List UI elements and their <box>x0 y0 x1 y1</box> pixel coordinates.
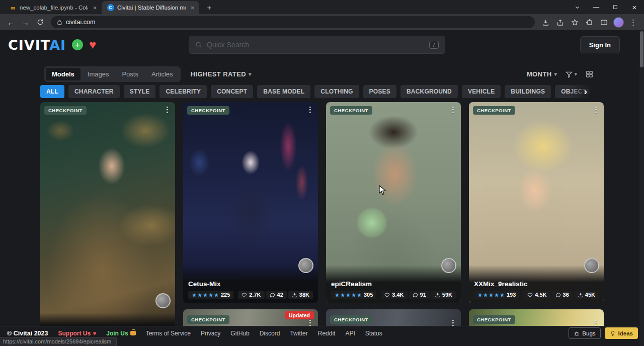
tab-posts[interactable]: Posts <box>116 68 144 80</box>
card-menu-icon[interactable]: ⋮ <box>592 105 600 114</box>
engagement-stats: 2.7K 42 38K <box>238 291 313 299</box>
chip-style[interactable]: STYLE <box>124 85 156 98</box>
search-input[interactable] <box>207 41 425 49</box>
chip-vehicle[interactable]: VEHICLE <box>462 85 501 98</box>
page-scrollbar[interactable] <box>639 30 644 346</box>
card-menu-icon[interactable]: ⋮ <box>164 105 171 114</box>
share-icon[interactable] <box>553 16 567 29</box>
bugs-button[interactable]: Bugs <box>569 327 600 339</box>
browser-tab-colab[interactable]: ∞ new_colab_file.ipynb - Colaborat × <box>4 1 102 14</box>
period-dropdown[interactable]: MONTH▾ <box>527 70 557 78</box>
card-info: epiCRealism 305 <box>326 265 461 303</box>
tab-images[interactable]: Images <box>82 68 115 80</box>
likes-badge: 2.7K <box>238 291 264 299</box>
chip-background[interactable]: BACKGROUND <box>400 85 458 98</box>
new-tab-button[interactable]: + <box>203 1 215 13</box>
grid-column: CHECKPOINT ⋮ epiCRealism <box>326 102 461 346</box>
browser-tab-civitai[interactable]: C Civitai | Stable Diffusion models, × <box>102 1 199 14</box>
category-chips-row: ALL CHARACTER STYLE CELEBRITY CONCEPT BA… <box>40 85 599 98</box>
creator-avatar[interactable] <box>155 293 171 308</box>
engagement-stats: 4.5K 36 45K <box>524 291 599 299</box>
status-link[interactable]: Status <box>365 330 382 337</box>
civitai-page: CIVITAI + ♥ / Sign In Models Images Post… <box>0 30 644 346</box>
chips-scroll-next-button[interactable]: › <box>580 85 592 98</box>
link-status-bubble: https://civitai.com/models/25694/epicrea… <box>0 337 117 346</box>
download-page-icon[interactable] <box>539 16 552 29</box>
lightbulb-icon <box>610 330 616 336</box>
card-stats: 193 4.5K 36 45K <box>474 291 599 299</box>
model-grid: CHECKPOINT ⋮ DreamShaper CHECKPOINT ⋮ Ce… <box>40 102 604 346</box>
chip-base-model[interactable]: BASE MODEL <box>257 85 310 98</box>
layout-toggle-button[interactable] <box>585 70 594 78</box>
model-card-dreamshaper[interactable]: CHECKPOINT ⋮ DreamShaper <box>40 102 175 339</box>
tab-close-icon[interactable]: × <box>91 4 99 12</box>
rating-badge: 193 <box>474 291 519 299</box>
filter-row: Models Images Posts Articles HIGHEST RAT… <box>44 66 594 82</box>
star-rating-icons <box>477 293 505 298</box>
filters-button[interactable]: ▾ <box>565 70 577 78</box>
back-button[interactable]: ← <box>4 16 18 29</box>
chip-clothing[interactable]: CLOTHING <box>314 85 359 98</box>
reddit-link[interactable]: Reddit <box>318 330 336 337</box>
window-maximize-button[interactable] <box>606 0 625 14</box>
comment-icon <box>555 292 561 298</box>
model-card-xxmix-9realistic[interactable]: CHECKPOINT ⋮ XXMix_9realistic <box>469 102 604 303</box>
ideas-button[interactable]: Ideas <box>605 327 638 339</box>
join-us-link[interactable]: Join Us <box>106 330 135 337</box>
card-menu-icon[interactable]: ⋮ <box>306 105 314 114</box>
model-card-epicrealism[interactable]: CHECKPOINT ⋮ epiCRealism <box>326 102 461 303</box>
window-minimize-button[interactable]: — <box>587 0 606 14</box>
grid-column: CHECKPOINT ⋮ Cetus-Mix <box>183 102 318 346</box>
card-menu-icon[interactable]: ⋮ <box>449 105 457 114</box>
grid-column: CHECKPOINT ⋮ DreamShaper <box>40 102 175 339</box>
sort-dropdown[interactable]: HIGHEST RATED▾ <box>191 70 252 78</box>
tab-articles[interactable]: Articles <box>145 68 179 80</box>
creator-avatar[interactable] <box>298 258 313 273</box>
url-text: civitai.com <box>66 19 95 26</box>
star-icon <box>335 293 340 298</box>
support-heart-icon[interactable]: ♥ <box>89 39 96 51</box>
privacy-link[interactable]: Privacy <box>201 330 220 337</box>
chip-celebrity[interactable]: CELEBRITY <box>159 85 207 98</box>
chip-buildings[interactable]: BUILDINGS <box>505 85 551 98</box>
chip-concept[interactable]: CONCEPT <box>211 85 253 98</box>
creator-avatar[interactable] <box>441 258 456 273</box>
github-link[interactable]: GitHub <box>230 330 249 337</box>
model-type-badge: CHECKPOINT <box>187 106 229 115</box>
rating-count: 305 <box>364 292 373 298</box>
creator-avatar[interactable] <box>584 258 599 273</box>
create-plus-button[interactable]: + <box>72 39 83 50</box>
star-icon <box>346 293 351 298</box>
side-panel-icon[interactable] <box>597 16 611 29</box>
twitter-link[interactable]: Twitter <box>290 330 307 337</box>
profile-avatar[interactable] <box>612 16 625 29</box>
browser-toolbar: ← → civitai.com ⋮ <box>0 14 644 30</box>
reload-button[interactable] <box>33 16 47 29</box>
window-close-button[interactable]: × <box>625 0 644 14</box>
sign-in-button[interactable]: Sign In <box>580 36 620 53</box>
comment-icon <box>270 292 275 298</box>
star-rating-icons <box>192 293 219 298</box>
chip-poses[interactable]: POSES <box>363 85 396 98</box>
tab-close-icon[interactable]: × <box>189 4 196 12</box>
civitai-logo[interactable]: CIVITAI <box>8 38 66 52</box>
api-link[interactable]: API <box>345 330 355 337</box>
model-title: Cetus-Mix <box>188 280 313 288</box>
chip-character[interactable]: CHARACTER <box>68 85 120 98</box>
quick-search-bar[interactable]: / <box>189 36 445 54</box>
url-bar[interactable]: civitai.com <box>51 16 535 28</box>
forward-button[interactable]: → <box>19 16 32 29</box>
discord-link[interactable]: Discord <box>260 330 280 337</box>
support-us-link[interactable]: Support Us♥ <box>58 330 96 337</box>
comments-badge: 42 <box>266 291 287 299</box>
browser-menu-icon[interactable]: ⋮ <box>626 16 640 29</box>
scrollbar-thumb[interactable] <box>640 31 643 67</box>
grid-controls: MONTH▾ ▾ <box>527 70 594 78</box>
bookmark-star-icon[interactable] <box>568 16 582 29</box>
terms-link[interactable]: Terms of Service <box>146 330 191 337</box>
model-card-cetus-mix[interactable]: CHECKPOINT ⋮ Cetus-Mix <box>183 102 318 303</box>
tab-search-chevron-icon[interactable] <box>568 0 587 14</box>
extensions-puzzle-icon[interactable] <box>583 16 596 29</box>
tab-models[interactable]: Models <box>46 68 80 80</box>
chip-all[interactable]: ALL <box>40 85 64 98</box>
